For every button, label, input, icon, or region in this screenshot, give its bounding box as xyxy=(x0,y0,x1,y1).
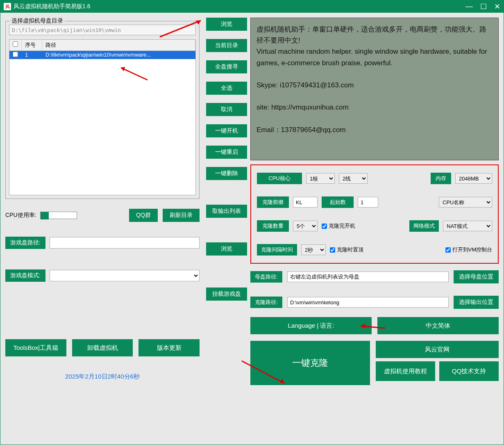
maximize-icon[interactable]: ☐ xyxy=(480,2,487,11)
row-checkbox[interactable] xyxy=(13,52,18,57)
info-skype: Skype: i1075749431@163.com xyxy=(257,80,493,91)
power-on-button[interactable]: 一键开机 xyxy=(206,124,247,137)
info-line-2: Virtual machine random helper. single wi… xyxy=(257,46,493,68)
master-path-field[interactable] xyxy=(287,272,449,282)
cpu-core-select[interactable]: 1核 xyxy=(306,173,335,184)
topmost-checkbox[interactable]: 克隆时置顶 xyxy=(330,246,363,253)
cancel-button[interactable]: 取消 xyxy=(206,103,247,116)
game-path-input[interactable] xyxy=(50,237,200,249)
minimize-icon[interactable]: — xyxy=(465,2,473,11)
clone-count-label: 克隆数量 xyxy=(257,220,289,232)
current-dir-button[interactable]: 当前目录 xyxy=(206,39,247,52)
row-num: 1 xyxy=(22,51,42,59)
clone-path-field[interactable] xyxy=(287,297,449,308)
full-search-button[interactable]: 全盘搜寻 xyxy=(206,60,247,73)
boot-after-clone-checkbox[interactable]: 克隆完开机 xyxy=(322,222,355,230)
dir-groupbox: 选择虚拟机母盘目录 序号 路径 1 D:\file\vm\pa xyxy=(5,21,200,199)
game-mode-select[interactable] xyxy=(50,270,200,281)
game-browse-button[interactable]: 浏览 xyxy=(206,242,247,256)
reboot-button[interactable]: 一键重启 xyxy=(206,146,247,159)
language-value-button[interactable]: 中文简体 xyxy=(377,317,499,334)
cpu-usage-bar xyxy=(40,212,77,219)
close-icon[interactable]: ✕ xyxy=(494,2,500,11)
select-output-button[interactable]: 选择输出位置 xyxy=(454,296,499,309)
clone-count-select[interactable]: 5个 xyxy=(293,221,318,231)
start-num-input[interactable] xyxy=(358,197,378,208)
select-all-button[interactable]: 全选 xyxy=(206,82,247,95)
info-line-1: 虚拟机随机助手：单窗口单硬件，适合游戏多开，电商刷赞，功能强大。路径不要用中文! xyxy=(257,24,493,46)
net-mode-select[interactable]: NAT模式 xyxy=(443,221,492,231)
official-site-button[interactable]: 风云官网 xyxy=(376,341,499,358)
memory-select[interactable]: 2048MB xyxy=(455,173,492,184)
select-master-button[interactable]: 选择母盘位置 xyxy=(454,270,499,283)
version-update-button[interactable]: 版本更新 xyxy=(138,339,200,356)
refresh-dir-button[interactable]: 刷新目录 xyxy=(163,209,200,222)
cpu-usage-label: CPU使用率: xyxy=(5,212,36,219)
info-site: site: https://vmquxunihua.com xyxy=(257,102,493,113)
clone-interval-select[interactable]: 2秒 xyxy=(301,244,326,255)
clone-settings-panel: CPU核心 1核 2线 内存 2048MB 克隆前缀 起始数 CPU名称 克隆数 xyxy=(250,164,499,264)
get-output-list-button[interactable]: 取输出列表 xyxy=(206,205,247,218)
cpu-thread-select[interactable]: 2线 xyxy=(339,173,368,184)
start-num-label: 起始数 xyxy=(322,196,354,208)
col-checkbox[interactable] xyxy=(9,40,22,50)
info-panel: 虚拟机随机助手：单窗口单硬件，适合游戏多开，电商刷赞，功能强大。路径不要用中文!… xyxy=(250,18,499,160)
master-path-label: 母盘路径: xyxy=(250,271,282,283)
app-icon: 风 xyxy=(4,3,11,10)
master-path-input[interactable] xyxy=(9,25,196,35)
toolsbox-button[interactable]: ToolsBox|工具箱 xyxy=(5,339,66,356)
col-path-header: 路径 xyxy=(42,40,195,50)
one-click-clone-button[interactable]: 一键克隆 xyxy=(250,341,370,385)
cpu-core-label: CPU核心 xyxy=(257,173,302,184)
dir-group-title: 选择虚拟机母盘目录 xyxy=(10,17,65,25)
net-mode-label: 网络模式 xyxy=(409,220,439,232)
qq-support-button[interactable]: QQ技术支持 xyxy=(439,361,499,381)
open-console-checkbox[interactable]: 打开到VM控制台 xyxy=(445,246,493,253)
memory-label: 内存 xyxy=(431,173,451,184)
cpu-name-select[interactable]: CPU名称 xyxy=(439,197,492,208)
titlebar: 风 风云虚拟机随机助手简易版1.6 — ☐ ✕ xyxy=(0,0,504,13)
delete-button[interactable]: 一键删除 xyxy=(206,167,247,180)
clone-interval-label: 克隆间隔时间 xyxy=(257,244,297,256)
mount-game-disk-button[interactable]: 挂载游戏盘 xyxy=(206,288,247,301)
info-email: Email：137879654@qq.com xyxy=(257,124,493,135)
timestamp-label: 2025年2月10日2时40分6秒 xyxy=(5,373,200,381)
language-label-button[interactable]: Language | 语言: xyxy=(250,317,372,334)
row-path: D:\file\vm\pack\qijian\win10\vmwin\vmwar… xyxy=(42,51,195,59)
game-path-label: 游戏盘路径: xyxy=(5,237,45,249)
game-mode-label: 游戏盘模式: xyxy=(5,269,45,282)
clone-prefix-input[interactable] xyxy=(293,197,318,208)
clone-path-label: 克隆路径: xyxy=(250,297,282,308)
window-title: 风云虚拟机随机助手简易版1.6 xyxy=(14,3,90,10)
qq-group-button[interactable]: QQ群 xyxy=(129,209,158,222)
col-num-header: 序号 xyxy=(22,40,42,50)
clone-prefix-label: 克隆前缀 xyxy=(257,196,289,208)
tutorial-button[interactable]: 虚拟机使用教程 xyxy=(376,361,435,381)
table-row[interactable]: 1 D:\file\vm\pack\qijian\win10\vmwin\vmw… xyxy=(9,51,195,59)
uninstall-vm-button[interactable]: 卸载虚拟机 xyxy=(72,339,133,356)
browse-button[interactable]: 浏览 xyxy=(206,18,247,31)
vm-list-table: 序号 路径 1 D:\file\vm\pack\qijian\win10\vmw… xyxy=(9,39,196,195)
